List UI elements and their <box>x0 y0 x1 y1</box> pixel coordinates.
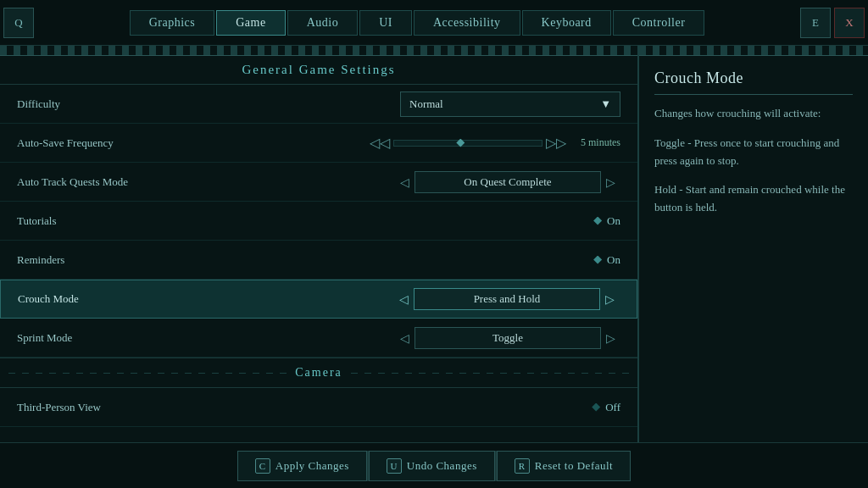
setting-row-difficulty: Difficulty Normal ▼ <box>0 85 637 124</box>
reminders-toggle[interactable]: On <box>593 253 620 267</box>
third-person-toggle[interactable]: Off <box>592 401 620 414</box>
toggle-gem-reminders <box>593 256 602 264</box>
q-key-label: Q <box>14 16 22 30</box>
dropdown-arrow-icon: ▼ <box>600 97 611 111</box>
autosave-slider[interactable]: ◁◁ ▷▷ <box>366 135 570 151</box>
reminders-value: On <box>607 253 620 267</box>
tab-ui[interactable]: UI <box>359 10 412 36</box>
difficulty-dropdown[interactable]: Normal ▼ <box>400 92 620 117</box>
difficulty-control: Normal ▼ <box>203 92 620 117</box>
autosave-control: ◁◁ ▷▷ 5 minutes <box>203 135 620 151</box>
reminders-label: Reminders <box>17 253 203 267</box>
apply-changes-label: Apply Changes <box>275 459 349 473</box>
right-panel-border-top <box>639 46 868 56</box>
autotrack-arrow-control: ◁ On Quest Complete ▷ <box>395 171 620 193</box>
setting-row-autotrack: Auto Track Quests Mode ◁ On Quest Comple… <box>0 163 637 202</box>
third-person-value: Off <box>605 401 620 414</box>
camera-section-divider: Camera <box>0 358 637 388</box>
reset-key-badge: R <box>515 458 530 474</box>
crouch-mode-value: Press and Hold <box>414 288 600 310</box>
e-key-label: E <box>812 16 819 30</box>
tutorials-value: On <box>607 214 620 228</box>
reminders-control: On <box>203 253 620 267</box>
tab-keyboard[interactable]: Keyboard <box>522 10 611 36</box>
tab-controller[interactable]: Controller <box>613 10 705 36</box>
sprint-mode-control: ◁ Toggle ▷ <box>203 327 620 349</box>
autosave-value: 5 minutes <box>570 136 620 149</box>
setting-row-head-bobbing: Head Bobbing On <box>0 427 637 430</box>
right-panel: Crouch Mode Changes how crouching will a… <box>639 46 868 442</box>
autotrack-right-btn[interactable]: ▷ <box>601 175 620 189</box>
autotrack-label: Auto Track Quests Mode <box>17 175 203 189</box>
reset-to-default-label: Reset to Default <box>535 459 613 473</box>
tutorials-toggle[interactable]: On <box>593 214 620 228</box>
info-divider <box>654 94 853 95</box>
sprint-mode-value: Toggle <box>415 327 601 349</box>
third-person-control: Off <box>203 401 620 414</box>
slider-right-arrow[interactable]: ▷▷ <box>542 135 570 151</box>
sprint-mode-right-btn[interactable]: ▷ <box>601 331 620 345</box>
close-button[interactable]: X <box>834 8 865 38</box>
crouch-mode-label: Crouch Mode <box>18 292 204 306</box>
setting-row-autosave: Auto-Save Frequency ◁◁ ▷▷ 5 minutes <box>0 124 637 163</box>
third-person-label: Third-Person View <box>17 401 203 414</box>
apply-changes-button[interactable]: C Apply Changes <box>237 451 367 481</box>
autotrack-control: ◁ On Quest Complete ▷ <box>203 171 620 193</box>
info-description-hold: Hold - Start and remain crouched while t… <box>654 181 853 217</box>
undo-key-badge: U <box>387 458 402 474</box>
info-title: Crouch Mode <box>654 69 853 87</box>
setting-row-third-person: Third-Person View Off <box>0 388 637 427</box>
setting-row-reminders: Reminders On <box>0 241 637 280</box>
info-description-toggle: Toggle - Press once to start crouching a… <box>654 135 853 170</box>
top-nav: Q Graphics Game Audio UI Accessibility K… <box>0 0 868 46</box>
undo-changes-label: Undo Changes <box>407 459 477 473</box>
sprint-mode-label: Sprint Mode <box>17 331 203 345</box>
nav-tabs: Graphics Game Audio UI Accessibility Key… <box>34 10 800 36</box>
camera-section-label: Camera <box>295 366 342 380</box>
panel-border-top <box>0 46 637 56</box>
tutorials-control: On <box>203 214 620 228</box>
settings-list: Difficulty Normal ▼ Auto-Save Frequency … <box>0 85 637 430</box>
sprint-mode-left-btn[interactable]: ◁ <box>395 331 415 345</box>
difficulty-label: Difficulty <box>17 97 203 111</box>
slider-gem <box>456 139 465 147</box>
setting-row-sprint-mode: Sprint Mode ◁ Toggle ▷ <box>0 319 637 358</box>
main-content: General Game Settings Difficulty Normal … <box>0 46 868 442</box>
autosave-label: Auto-Save Frequency <box>17 136 203 150</box>
slider-track <box>393 140 542 147</box>
crouch-mode-right-btn[interactable]: ▷ <box>600 292 620 306</box>
info-description-main: Changes how crouching will activate: <box>654 105 853 123</box>
left-panel: General Game Settings Difficulty Normal … <box>0 46 639 442</box>
slider-left-arrow[interactable]: ◁◁ <box>366 135 393 151</box>
nav-next-button[interactable]: E <box>800 8 831 38</box>
tab-graphics[interactable]: Graphics <box>130 10 215 36</box>
toggle-gem-third-person <box>592 403 600 412</box>
tab-game[interactable]: Game <box>216 10 285 36</box>
autotrack-value: On Quest Complete <box>415 171 601 193</box>
crouch-mode-arrow-control: ◁ Press and Hold ▷ <box>394 288 620 310</box>
nav-prev-button[interactable]: Q <box>3 8 34 38</box>
crouch-mode-control: ◁ Press and Hold ▷ <box>204 288 620 310</box>
setting-row-crouch-mode[interactable]: Crouch Mode ◁ Press and Hold ▷ <box>0 280 637 319</box>
setting-row-tutorials: Tutorials On <box>0 202 637 241</box>
tab-accessibility[interactable]: Accessibility <box>414 10 520 36</box>
sprint-mode-arrow-control: ◁ Toggle ▷ <box>395 327 620 349</box>
general-section-header: General Game Settings <box>0 56 637 85</box>
toggle-gem-tutorials <box>593 217 602 225</box>
reset-to-default-button[interactable]: R Reset to Default <box>497 451 631 481</box>
apply-key-badge: C <box>255 458 270 474</box>
crouch-mode-left-btn[interactable]: ◁ <box>394 292 414 306</box>
tab-audio[interactable]: Audio <box>287 10 359 36</box>
right-panel-inner: Crouch Mode Changes how crouching will a… <box>639 56 868 242</box>
autotrack-left-btn[interactable]: ◁ <box>395 175 415 189</box>
undo-changes-button[interactable]: U Undo Changes <box>369 451 495 481</box>
bottom-bar: C Apply Changes U Undo Changes R Reset t… <box>0 442 868 488</box>
tutorials-label: Tutorials <box>17 214 203 228</box>
